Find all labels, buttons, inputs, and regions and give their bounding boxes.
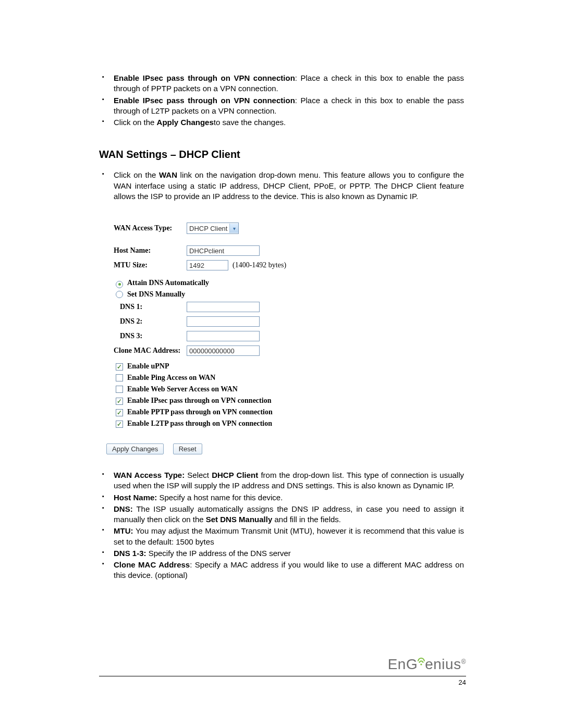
bullet-item: MTU: You may adjust the Maximum Transmit… bbox=[99, 526, 464, 547]
dns3-row: DNS 3: bbox=[120, 331, 333, 341]
wan-access-type-row: WAN Access Type: DHCP Client ▾ bbox=[114, 223, 333, 234]
bullet-text: and fill in the fields. bbox=[272, 515, 341, 524]
footer-divider bbox=[99, 676, 466, 676]
bullet-item: DNS: The ISP usually automatically assig… bbox=[99, 504, 464, 525]
bullet-item: Enable IPsec pass through on VPN connect… bbox=[99, 73, 464, 94]
checkbox-enable-l2tp-vpn[interactable]: Enable L2TP pass through on VPN connecti… bbox=[114, 419, 333, 428]
bullet-text: to save the changes. bbox=[214, 118, 286, 127]
checkbox-label: Enable PPTP pass through on VPN connecti… bbox=[127, 408, 273, 416]
bullet-item: DNS 1-3: Specify the IP address of the D… bbox=[99, 548, 464, 559]
checkbox-label: Enable Web Server Access on WAN bbox=[127, 385, 238, 393]
checkbox-icon bbox=[116, 374, 123, 381]
bullet-bold: DHCP Client bbox=[212, 471, 258, 479]
dns3-input[interactable] bbox=[187, 331, 260, 341]
radio-icon bbox=[116, 281, 123, 288]
bullet-bold: Enable IPsec pass through on VPN connect… bbox=[114, 73, 295, 82]
wan-settings-form: WAN Access Type: DHCP Client ▾ Host Name… bbox=[114, 223, 333, 454]
page-footer: EnGenius® 24 bbox=[99, 656, 466, 686]
mtu-size-hint: (1400-1492 bytes) bbox=[232, 261, 286, 269]
checkbox-enable-webserver-wan[interactable]: Enable Web Server Access on WAN bbox=[114, 385, 333, 393]
section-heading: WAN Settings – DHCP Client bbox=[99, 149, 464, 161]
checkbox-icon bbox=[116, 363, 123, 371]
dns1-row: DNS 1: bbox=[120, 302, 333, 312]
checkbox-label: Enable IPsec pass through on VPN connect… bbox=[127, 397, 271, 405]
mtu-size-row: MTU Size: 1492 (1400-1492 bytes) bbox=[114, 260, 333, 270]
field-description-bullet-list: WAN Access Type: Select DHCP Client from… bbox=[99, 470, 464, 581]
page-number: 24 bbox=[99, 678, 466, 686]
dns1-input[interactable] bbox=[187, 302, 260, 312]
bullet-text: Select bbox=[185, 471, 212, 479]
mtu-size-input[interactable]: 1492 bbox=[187, 260, 228, 270]
brand-logo: EnGenius® bbox=[99, 656, 466, 673]
wan-access-type-select[interactable]: DHCP Client ▾ bbox=[187, 223, 239, 234]
brand-text-genius: enius bbox=[425, 656, 461, 672]
radio-attain-dns-auto[interactable]: Attain DNS Automatically bbox=[114, 279, 333, 287]
radio-icon bbox=[116, 291, 123, 298]
description-bullet-list: Click on the WAN link on the navigation … bbox=[99, 170, 464, 202]
brand-registered: ® bbox=[461, 658, 466, 665]
mtu-size-label: MTU Size: bbox=[114, 261, 187, 269]
bullet-item: Host Name: Specify a host name for this … bbox=[99, 492, 464, 503]
bullet-item: Click on the WAN link on the navigation … bbox=[99, 170, 464, 202]
bullet-text: Click on the bbox=[114, 118, 157, 127]
radio-set-dns-manually[interactable]: Set DNS Manually bbox=[114, 290, 333, 299]
checkbox-icon bbox=[116, 386, 123, 393]
reset-button[interactable]: Reset bbox=[173, 443, 202, 454]
bullet-text: Click on the bbox=[114, 170, 159, 179]
clone-mac-label: Clone MAC Address: bbox=[114, 347, 187, 355]
checkbox-label: Enable L2TP pass through on VPN connecti… bbox=[127, 419, 272, 428]
bullet-bold: Set DNS Manually bbox=[206, 515, 273, 524]
bullet-bold: DNS 1-3: bbox=[114, 549, 146, 558]
host-name-row: Host Name: DHCPclient bbox=[114, 245, 333, 256]
brand-text-en: En bbox=[388, 656, 406, 672]
wan-access-type-label: WAN Access Type: bbox=[114, 224, 187, 232]
form-button-row: Apply Changes Reset bbox=[106, 443, 333, 454]
radio-label: Attain DNS Automatically bbox=[127, 279, 209, 287]
checkbox-label: Enable uPNP bbox=[127, 362, 169, 371]
checkbox-label: Enable Ping Access on WAN bbox=[127, 374, 215, 382]
checkbox-icon bbox=[116, 398, 123, 405]
bullet-bold: WAN Access Type: bbox=[114, 471, 185, 479]
host-name-label: Host Name: bbox=[114, 246, 187, 255]
chevron-down-icon: ▾ bbox=[229, 224, 238, 233]
clone-mac-row: Clone MAC Address: 000000000000 bbox=[114, 346, 333, 356]
bullet-text: You may adjust the Maximum Transmit Unit… bbox=[114, 526, 464, 546]
bullet-text: Specify a host name for this device. bbox=[157, 493, 283, 502]
checkbox-enable-ipsec-vpn[interactable]: Enable IPsec pass through on VPN connect… bbox=[114, 397, 333, 405]
bullet-bold: WAN bbox=[159, 170, 177, 179]
dns2-row: DNS 2: bbox=[120, 316, 333, 327]
bullet-item: Click on the Apply Changesto save the ch… bbox=[99, 117, 464, 128]
checkbox-icon bbox=[116, 421, 123, 428]
bullet-bold: Apply Changes bbox=[157, 118, 214, 127]
bullet-bold: DNS: bbox=[114, 504, 133, 513]
radio-label: Set DNS Manually bbox=[127, 290, 185, 299]
checkbox-icon bbox=[116, 409, 123, 416]
dns2-input[interactable] bbox=[187, 316, 260, 327]
dns2-label: DNS 2: bbox=[120, 317, 187, 326]
bullet-text: Specify the IP address of the DNS server bbox=[146, 549, 291, 558]
apply-changes-button[interactable]: Apply Changes bbox=[106, 443, 164, 454]
checkbox-enable-upnp[interactable]: Enable uPNP bbox=[114, 362, 333, 371]
bullet-bold: MTU: bbox=[114, 526, 133, 535]
dns3-label: DNS 3: bbox=[120, 332, 187, 340]
clone-mac-input[interactable]: 000000000000 bbox=[187, 346, 260, 356]
select-value: DHCP Client bbox=[189, 225, 227, 232]
bullet-bold: Clone MAC Address bbox=[114, 560, 190, 569]
bullet-item: Clone MAC Address: Specify a MAC address… bbox=[99, 560, 464, 581]
host-name-input[interactable]: DHCPclient bbox=[187, 245, 260, 256]
intro-bullet-list: Enable IPsec pass through on VPN connect… bbox=[99, 73, 464, 128]
bullet-item: WAN Access Type: Select DHCP Client from… bbox=[99, 470, 464, 491]
bullet-item: Enable IPsec pass through on VPN connect… bbox=[99, 95, 464, 117]
svg-point-0 bbox=[421, 663, 422, 665]
checkbox-enable-ping-wan[interactable]: Enable Ping Access on WAN bbox=[114, 374, 333, 382]
bullet-bold: Enable IPsec pass through on VPN connect… bbox=[114, 96, 295, 105]
checkbox-enable-pptp-vpn[interactable]: Enable PPTP pass through on VPN connecti… bbox=[114, 408, 333, 416]
dns1-label: DNS 1: bbox=[120, 303, 187, 311]
wifi-icon bbox=[418, 655, 425, 671]
bullet-bold: Host Name: bbox=[114, 493, 157, 502]
